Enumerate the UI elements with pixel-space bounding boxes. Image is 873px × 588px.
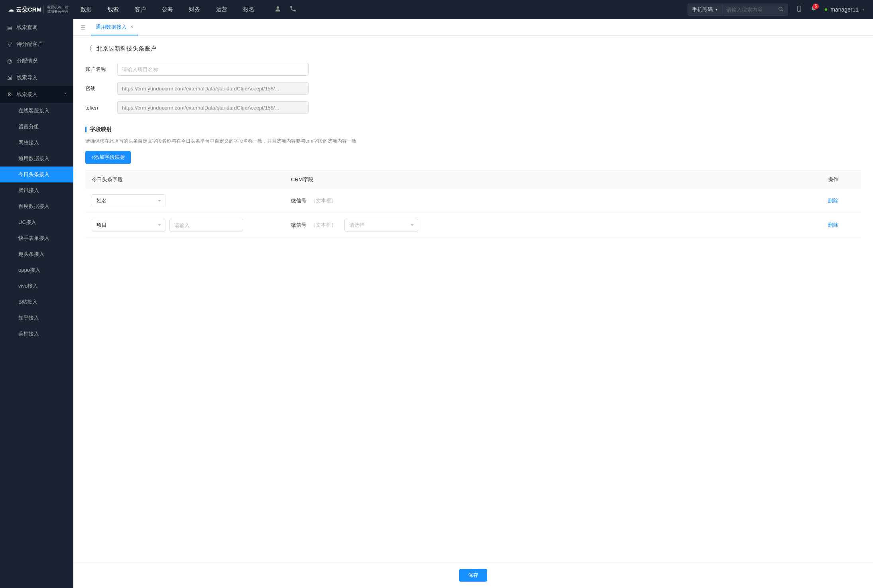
phone-icon[interactable]	[289, 5, 297, 14]
toutiao-field-select[interactable]: 姓名	[92, 194, 165, 207]
nav-item[interactable]: 运营	[216, 6, 227, 13]
nav-item[interactable]: 报名	[243, 6, 254, 13]
chevron-down-icon: ▼	[862, 8, 865, 12]
sidebar-icon: ⇲	[6, 74, 13, 81]
form-row-account: 账户名称	[85, 63, 861, 76]
search-button[interactable]	[774, 6, 788, 13]
username: manager11	[830, 6, 859, 13]
logo[interactable]: ☁ 云朵CRM 教育机构一站 式服务云平台	[8, 5, 69, 14]
bell-icon[interactable]: 5	[810, 6, 817, 14]
sidebar-label: 线索接入	[17, 91, 37, 98]
crm-field-select[interactable]: 请选择	[344, 219, 418, 231]
delete-link[interactable]: 删除	[828, 197, 838, 204]
th-toutiao: 今日头条字段	[85, 171, 285, 189]
account-input[interactable]	[117, 63, 309, 76]
search-type-select[interactable]: 手机号码 ▼	[688, 4, 722, 15]
user-menu[interactable]: manager11 ▼	[825, 6, 865, 13]
sidebar-item[interactable]: ⚙线索接入⌃	[0, 86, 73, 103]
crm-field-hint: （文本框）	[311, 197, 336, 204]
main: ☰ 通用数据接入 ✕ 〈 北京昱新科技头条账户 账户名称 密钥 token	[73, 19, 873, 588]
sidebar-subitem[interactable]: 趣头条接入	[0, 246, 73, 262]
sidebar-subitem[interactable]: 美柚接入	[0, 326, 73, 342]
tab-close-icon[interactable]: ✕	[130, 24, 134, 29]
crm-field-label: 微信号	[291, 221, 307, 229]
th-action: 操作	[805, 171, 861, 189]
svg-point-1	[779, 7, 782, 10]
chevron-up-icon: ⌃	[64, 92, 67, 97]
sidebar-item[interactable]: ⇲线索导入	[0, 69, 73, 86]
sidebar-subitem[interactable]: 在线客服接入	[0, 103, 73, 119]
sidebar-label: 分配情况	[17, 57, 37, 65]
sidebar-icon: ▤	[6, 24, 13, 31]
section-title: 字段映射	[85, 126, 861, 133]
sidebar-item[interactable]: ▤线索查询	[0, 19, 73, 36]
crm-field-label: 微信号	[291, 197, 307, 204]
th-crm: CRM字段	[285, 171, 805, 189]
page-title: 北京昱新科技头条账户	[96, 45, 156, 53]
svg-point-0	[277, 6, 279, 9]
nav-item[interactable]: 客户	[135, 6, 146, 13]
add-mapping-button[interactable]: +添加字段映射	[85, 151, 131, 164]
tab-general-data[interactable]: 通用数据接入 ✕	[91, 19, 138, 35]
nav-item[interactable]: 财务	[189, 6, 200, 13]
section-description: 请确保您在此填写的头条自定义字段名称与在今日头条平台中自定义的字段名称一致，并且…	[85, 138, 861, 145]
form-row-secret: 密钥	[85, 82, 861, 95]
sidebar-subitem[interactable]: vivo接入	[0, 278, 73, 294]
sidebar-subitem[interactable]: 留言分组	[0, 119, 73, 135]
sidebar-subitem[interactable]: oppo接入	[0, 262, 73, 278]
table-row: 姓名 微信号 （文本框） 删除	[85, 189, 861, 213]
nav-item[interactable]: 数据	[81, 6, 92, 13]
sidebar-subitem[interactable]: UC接入	[0, 214, 73, 230]
svg-rect-3	[798, 6, 801, 11]
sidebar-icon: ⚙	[6, 91, 13, 98]
notification-badge: 5	[813, 4, 819, 9]
svg-line-2	[782, 10, 783, 11]
sidebar-item[interactable]: ◔分配情况	[0, 53, 73, 69]
sidebar: ▤线索查询▽待分配客户◔分配情况⇲线索导入⚙线索接入⌃在线客服接入留言分组网校接…	[0, 19, 73, 588]
breadcrumb: 〈 北京昱新科技头条账户	[85, 44, 861, 53]
footer: 保存	[73, 562, 873, 588]
table-header: 今日头条字段 CRM字段 操作	[85, 171, 861, 189]
search-box: 手机号码 ▼	[688, 4, 788, 16]
sidebar-subitem[interactable]: 网校接入	[0, 135, 73, 151]
nav: 数据线索客户公海财务运营报名	[81, 6, 254, 13]
toutiao-field-input[interactable]	[169, 219, 243, 231]
toutiao-field-select[interactable]: 项目	[92, 219, 165, 231]
sidebar-subitem[interactable]: B站接入	[0, 294, 73, 310]
crm-field-hint: （文本框）	[311, 221, 336, 229]
sidebar-subitem[interactable]: 百度数据接入	[0, 198, 73, 214]
sidebar-label: 待分配客户	[17, 41, 43, 48]
header-right: 手机号码 ▼ 5 manager11 ▼	[688, 4, 865, 16]
header-left: ☁ 云朵CRM 教育机构一站 式服务云平台 数据线索客户公海财务运营报名	[8, 5, 297, 14]
sidebar-item[interactable]: ▽待分配客户	[0, 36, 73, 53]
sidebar-subitem[interactable]: 腾讯接入	[0, 182, 73, 198]
delete-link[interactable]: 删除	[828, 221, 838, 229]
collapse-icon[interactable]: ☰	[77, 24, 89, 31]
nav-item[interactable]: 线索	[108, 6, 119, 13]
logo-subtitle: 教育机构一站 式服务云平台	[43, 5, 69, 14]
sidebar-subitem[interactable]: 通用数据接入	[0, 151, 73, 167]
logo-text: 云朵CRM	[16, 6, 41, 14]
secret-input[interactable]	[117, 82, 309, 95]
tab-label: 通用数据接入	[96, 24, 127, 31]
field-mapping-table: 今日头条字段 CRM字段 操作 姓名 微信号 （文本框） 删	[85, 170, 861, 237]
token-label: token	[85, 105, 117, 111]
status-dot	[825, 8, 827, 11]
save-button[interactable]: 保存	[459, 569, 487, 582]
table-row: 项目 微信号 （文本框） 请选择 删除	[85, 213, 861, 237]
nav-item[interactable]: 公海	[162, 6, 173, 13]
token-input[interactable]	[117, 101, 309, 114]
nav-icons	[274, 5, 297, 14]
header: ☁ 云朵CRM 教育机构一站 式服务云平台 数据线索客户公海财务运营报名 手机号…	[0, 0, 873, 19]
sidebar-subitem[interactable]: 知乎接入	[0, 310, 73, 326]
sidebar-icon: ◔	[6, 58, 13, 64]
sidebar-icon: ▽	[6, 41, 13, 47]
content: 〈 北京昱新科技头条账户 账户名称 密钥 token 字段映射 请确保您在此填写…	[73, 36, 873, 562]
sidebar-subitem[interactable]: 今日头条接入	[0, 167, 73, 182]
back-icon[interactable]: 〈	[85, 44, 92, 53]
search-input[interactable]	[722, 7, 774, 13]
sidebar-subitem[interactable]: 快手表单接入	[0, 230, 73, 246]
mobile-icon[interactable]	[796, 6, 802, 14]
user-icon[interactable]	[274, 5, 281, 14]
tabs: ☰ 通用数据接入 ✕	[73, 19, 873, 36]
